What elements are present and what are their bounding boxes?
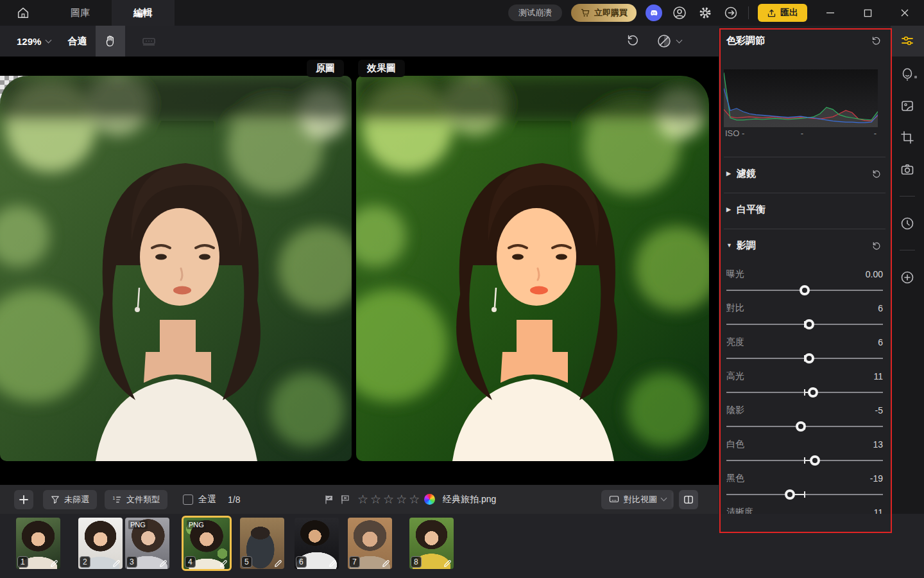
thumbnail-8[interactable]: 8 <box>409 518 454 569</box>
account-button[interactable] <box>671 4 688 21</box>
slider-track[interactable] <box>726 319 883 329</box>
portrait-retouch-button[interactable] <box>891 59 924 90</box>
slider-handle[interactable] <box>800 285 810 295</box>
star-icon[interactable]: ☆ <box>396 493 407 505</box>
original-image[interactable] <box>0 76 352 461</box>
history-button[interactable] <box>891 208 924 239</box>
slider-value: 6 <box>878 303 883 313</box>
camera-tool-button[interactable] <box>891 154 924 185</box>
slider-handle[interactable] <box>804 319 814 329</box>
clock-icon <box>900 216 915 231</box>
select-all-label: 全選 <box>198 494 216 505</box>
color-label-wheel[interactable] <box>424 494 435 505</box>
star-icon[interactable]: ☆ <box>357 493 368 505</box>
undo-icon <box>626 33 640 47</box>
slider-handle[interactable] <box>804 353 814 363</box>
logout-button[interactable] <box>723 4 739 21</box>
slider-track[interactable] <box>726 353 883 363</box>
close-button[interactable] <box>891 0 919 26</box>
slider-handle[interactable] <box>808 387 818 398</box>
thumbnail-number: 7 <box>349 556 360 568</box>
split-view-button[interactable] <box>679 490 698 509</box>
test-crash-button[interactable]: 测试崩溃 <box>508 4 562 21</box>
titlebar-right: 测试崩溃 立即購買 匯出 <box>508 0 924 26</box>
zoom-level-value: 129% <box>17 36 41 47</box>
filter-unfiltered-button[interactable]: 未篩選 <box>43 490 97 509</box>
buy-now-button[interactable]: 立即購買 <box>571 4 637 22</box>
thumbnail-1[interactable]: 1 <box>16 518 60 569</box>
add-tool-button[interactable] <box>891 262 924 293</box>
thumbnail-4[interactable]: PNG4 <box>182 516 232 571</box>
effect-image-label: 效果圖 <box>358 60 405 77</box>
home-button[interactable] <box>12 0 35 26</box>
export-button[interactable]: 匯出 <box>758 4 807 22</box>
slider-handle[interactable] <box>785 489 795 500</box>
expand-arrow-icon: ▼ <box>726 242 737 249</box>
tab-gallery[interactable]: 圖庫 <box>49 0 112 26</box>
slider-6: 白色13 <box>719 434 891 468</box>
slider-track[interactable] <box>726 455 883 466</box>
discord-button[interactable] <box>646 4 662 21</box>
reset-tone-icon[interactable] <box>871 240 882 251</box>
compare-view-label: 對比視圖 <box>624 494 657 505</box>
thumbnail-5[interactable]: 5 <box>240 518 284 569</box>
star-icon[interactable]: ☆ <box>370 493 381 505</box>
edited-pen-icon <box>112 558 121 567</box>
slider-label: 對比 <box>726 302 744 314</box>
settings-button[interactable] <box>697 4 714 21</box>
maximize-button[interactable] <box>853 0 882 26</box>
thumbnail-6[interactable]: 6 <box>295 518 339 569</box>
background-tool-button[interactable] <box>891 91 924 121</box>
minimize-button[interactable] <box>816 0 844 26</box>
sliders-container: 曝光0.00對比6亮度6高光11陰影-5白色13黑色-19清晰度11 <box>719 263 891 536</box>
section-tone-label: 影調 <box>737 240 756 252</box>
slider-3: 亮度6 <box>719 331 891 365</box>
compare-view-button[interactable]: 對比視圖 <box>601 490 674 509</box>
edited-pen-icon <box>329 558 338 567</box>
add-image-button[interactable] <box>14 490 33 509</box>
tab-edit[interactable]: 編輯 <box>112 0 175 26</box>
thumbnail-number: 5 <box>241 556 252 568</box>
fit-button[interactable]: 合適 <box>67 35 87 48</box>
file-type-sort-button[interactable]: 1 文件類型 <box>105 490 167 509</box>
reset-filter-icon[interactable] <box>871 168 882 179</box>
minimize-icon <box>826 8 835 17</box>
section-filter[interactable]: ▶ 濾鏡 <box>719 159 891 188</box>
chevron-down-icon <box>46 37 52 43</box>
face-icon <box>900 67 915 82</box>
slider-handle[interactable] <box>796 421 806 432</box>
slider-handle[interactable] <box>810 455 820 466</box>
thumbnail-3[interactable]: PNG3 <box>125 518 169 569</box>
slider-track[interactable] <box>726 285 883 295</box>
undo-button[interactable] <box>626 33 640 49</box>
adjustments-tool-button[interactable] <box>891 26 924 57</box>
star-icon[interactable]: ☆ <box>383 493 394 505</box>
effect-image[interactable] <box>356 76 709 461</box>
section-tone[interactable]: ▼ 影調 <box>719 231 891 259</box>
star-icon[interactable]: ☆ <box>409 493 420 505</box>
section-filter-label: 濾鏡 <box>737 168 756 180</box>
compare-mode-dropdown[interactable] <box>656 33 681 49</box>
filmstrip-tool-button[interactable] <box>134 26 164 57</box>
slider-5: 陰影-5 <box>719 399 891 434</box>
flag-pick-icon[interactable] <box>324 495 334 505</box>
zoom-level-dropdown[interactable]: 129% <box>17 36 51 47</box>
thumbnail-7[interactable]: 7 <box>348 518 392 569</box>
maximize-icon <box>864 9 872 17</box>
flag-reject-icon[interactable] <box>340 495 350 505</box>
select-all-checkbox[interactable] <box>183 495 193 505</box>
tab-gallery-label: 圖庫 <box>71 7 90 19</box>
slider-track[interactable] <box>726 421 883 432</box>
chevron-down-icon <box>661 495 667 502</box>
slider-track[interactable] <box>726 387 883 398</box>
reset-all-icon[interactable] <box>870 35 882 46</box>
titlebar: 圖庫 編輯 测试崩溃 立即購買 匯出 <box>0 0 924 26</box>
thumbnail-2[interactable]: 2 <box>78 518 123 569</box>
crop-tool-button[interactable] <box>891 122 924 153</box>
plus-icon <box>19 495 28 504</box>
section-white-balance[interactable]: ▶ 白平衡 <box>719 195 891 223</box>
chevron-down-icon <box>676 37 683 43</box>
hand-tool-button[interactable] <box>96 26 125 57</box>
divider <box>724 193 886 193</box>
slider-track[interactable] <box>726 489 883 500</box>
